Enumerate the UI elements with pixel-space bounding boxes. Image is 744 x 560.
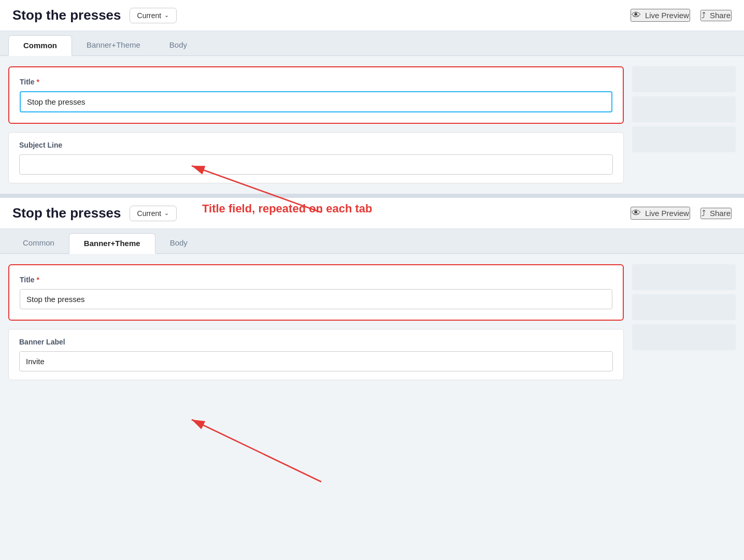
share-label-1: Share <box>710 11 731 20</box>
section-divider <box>0 194 744 198</box>
sidebar-placeholder-1b <box>632 96 736 122</box>
share-label-2: Share <box>710 209 731 218</box>
required-star-1: * <box>37 78 39 86</box>
sidebar-placeholder-1a <box>632 66 736 92</box>
header-2: Stop the presses Current ⌄ 👁 Live Previe… <box>0 198 744 229</box>
share-button-2[interactable]: ⤴ Share <box>700 208 732 219</box>
right-sidebar-2 <box>632 264 736 380</box>
sidebar-placeholder-2a <box>632 264 736 290</box>
title-field-card-2: Title * <box>8 264 624 321</box>
right-sidebar-1 <box>632 66 736 183</box>
sidebar-placeholder-1c <box>632 126 736 152</box>
banner-section-2: Banner Label <box>8 329 624 380</box>
version-dropdown-2[interactable]: Current ⌄ <box>130 206 177 221</box>
share-icon-2: ⤴ <box>702 209 706 218</box>
header-actions-2: 👁 Live Preview ⤴ Share <box>631 207 732 220</box>
live-preview-label-1: Live Preview <box>645 11 689 20</box>
svg-line-3 <box>192 420 321 482</box>
live-preview-label-2: Live Preview <box>645 209 689 218</box>
title-field-card-1: Title * <box>8 66 624 124</box>
live-preview-button-2[interactable]: 👁 Live Preview <box>631 207 690 220</box>
eye-icon-1: 👁 <box>632 10 641 21</box>
content-area-2: Title * Banner Label <box>0 254 744 391</box>
tabs-2: Common Banner+Theme Body <box>0 229 744 254</box>
version-label-1: Current <box>137 11 162 20</box>
page-title-1: Stop the presses <box>12 7 121 23</box>
tab-banner-theme-1[interactable]: Banner+Theme <box>72 35 155 55</box>
tab-common-1[interactable]: Common <box>8 35 72 56</box>
required-star-2: * <box>37 276 39 284</box>
main-form-1: Title * Subject Line <box>8 66 624 183</box>
tab-body-1[interactable]: Body <box>155 35 202 55</box>
section-2: Stop the presses Current ⌄ 👁 Live Previe… <box>0 198 744 391</box>
banner-label-input[interactable] <box>19 351 613 371</box>
title-input-1[interactable] <box>20 91 612 112</box>
tabs-1: Common Banner+Theme Body <box>0 31 744 56</box>
tab-banner-theme-2[interactable]: Banner+Theme <box>69 233 155 254</box>
header-1: Stop the presses Current ⌄ 👁 Live Previe… <box>0 0 744 31</box>
version-dropdown[interactable]: Current ⌄ <box>130 8 177 23</box>
subject-label-1: Subject Line <box>19 141 613 149</box>
tab-common-2[interactable]: Common <box>8 233 69 253</box>
title-label-1: Title * <box>20 78 612 86</box>
version-label-2: Current <box>137 209 162 218</box>
section-1: Stop the presses Current ⌄ 👁 Live Previe… <box>0 0 744 194</box>
subject-input-1[interactable] <box>19 154 613 175</box>
content-area-1: Title * Subject Line <box>0 56 744 194</box>
banner-label-heading: Banner Label <box>19 338 613 346</box>
tab-body-2[interactable]: Body <box>155 233 202 253</box>
header-actions-1: 👁 Live Preview ⤴ Share <box>631 9 732 22</box>
chevron-down-icon: ⌄ <box>164 12 169 19</box>
subject-section-1: Subject Line <box>8 132 624 183</box>
chevron-down-icon-2: ⌄ <box>164 210 169 217</box>
live-preview-button-1[interactable]: 👁 Live Preview <box>631 9 690 22</box>
title-input-2[interactable] <box>20 289 612 309</box>
sidebar-placeholder-2b <box>632 294 736 320</box>
eye-icon-2: 👁 <box>632 208 641 219</box>
page-title-2: Stop the presses <box>12 205 121 221</box>
share-icon-1: ⤴ <box>702 11 706 20</box>
sidebar-placeholder-2c <box>632 324 736 350</box>
title-label-2: Title * <box>20 276 612 284</box>
main-form-2: Title * Banner Label <box>8 264 624 380</box>
share-button-1[interactable]: ⤴ Share <box>700 10 732 21</box>
